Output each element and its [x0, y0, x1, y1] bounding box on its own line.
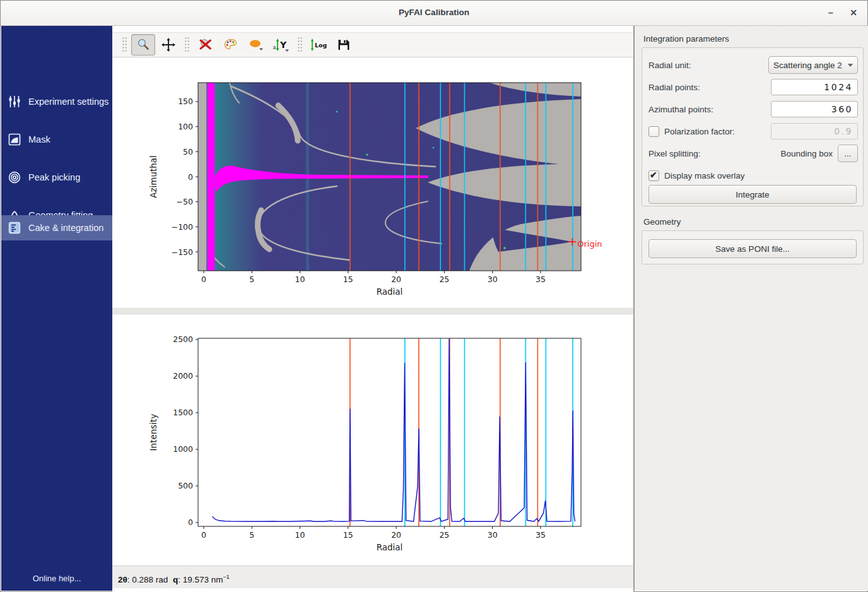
x-tick-label: 25	[439, 530, 449, 540]
x-tick-label: 5	[249, 530, 254, 540]
axes-frame	[198, 338, 581, 526]
integration-groupbox: Radial unit: Scattering angle 2 Radial p…	[642, 47, 864, 206]
x-tick-label: 15	[343, 530, 353, 540]
sidebar-item-label: Peak picking	[28, 172, 80, 182]
radial-unit-label: Radial unit:	[648, 61, 691, 70]
pyfai-window: PyFAI Calibration – ✕ Experiment setting…	[0, 0, 868, 592]
concentric-rings-icon	[8, 170, 21, 184]
y-tick-label: 500	[178, 481, 193, 490]
sidebar-item-label: Cake & integration	[28, 223, 103, 233]
status-bar: 2θ: 0.288 rad q: 19.573 nm−1	[112, 565, 633, 588]
toolbar-grip	[297, 37, 303, 53]
two-theta-value: : 0.288 rad	[127, 575, 168, 584]
q-value: : 19.573 nm	[178, 575, 223, 584]
plot-toolbar: a Y Log	[112, 32, 633, 57]
pixel-splitting-label: Pixel splitting:	[648, 149, 701, 158]
azimuthal-points-input[interactable]	[771, 101, 858, 117]
zoom-button[interactable]	[131, 34, 155, 56]
chevron-down-icon	[848, 64, 853, 67]
y-tick-label: −100	[172, 222, 193, 232]
x-tick-label: 30	[488, 530, 498, 540]
x-tick-label: 0	[201, 530, 206, 540]
x-tick-label: 25	[439, 275, 449, 284]
y-tick-label: −50	[177, 197, 193, 206]
radial-points-label: Radial points:	[648, 83, 700, 92]
x-tick-label: 30	[488, 275, 498, 284]
y-tick-label: 100	[178, 122, 193, 131]
a-y-arrow-icon: a Y	[273, 37, 290, 52]
y-tick-label: 1000	[173, 444, 193, 454]
sidebar-item-experiment-settings[interactable]: Experiment settings	[1, 89, 112, 114]
y-tick-label: 1500	[173, 408, 193, 417]
integrate-button[interactable]: Integrate	[648, 185, 857, 204]
plot-splitter[interactable]	[112, 308, 633, 314]
radial-unit-dropdown[interactable]: Scattering angle 2	[768, 56, 858, 74]
main-plot-panel: a Y Log	[112, 26, 634, 592]
q-exponent: −1	[223, 574, 229, 580]
colormap-button[interactable]	[219, 34, 243, 56]
mask-overlay-checkbox[interactable]: ✔	[648, 170, 659, 181]
x-tick-label: 35	[536, 530, 546, 540]
svg-text:Y: Y	[279, 40, 287, 50]
radial-unit-value: Scattering angle 2	[773, 61, 845, 70]
log-arrow-icon: Log	[309, 37, 328, 52]
sidebar-item-label: Mask	[28, 134, 50, 145]
log-scale-button[interactable]: Log	[307, 34, 331, 56]
sidebar: Experiment settings Mask Peak picking	[1, 26, 112, 591]
sliders-icon	[8, 95, 21, 109]
online-help-link[interactable]: Online help...	[1, 571, 112, 587]
cake-heatmap-art	[198, 83, 581, 271]
mask-overlay-label: Display mask overlay	[664, 171, 745, 181]
x-tick-label: 10	[295, 530, 305, 540]
geometry-groupbox: Save as PONI file...	[642, 230, 864, 264]
y-autoscale-button[interactable]: a Y	[269, 34, 293, 56]
x-tick-label: 20	[391, 275, 401, 284]
cake-list-icon	[8, 221, 21, 235]
x-tick-label: 15	[343, 275, 353, 284]
clear-zoom-button[interactable]	[194, 34, 218, 56]
x-tick-label: 5	[249, 275, 254, 284]
svg-text:Log: Log	[315, 42, 327, 49]
x-axis-label: Radial	[377, 542, 403, 552]
y-tick-label: 0	[188, 172, 193, 182]
polarization-checkbox[interactable]: ✔	[648, 126, 659, 137]
y-tick-label: 2500	[173, 334, 193, 344]
y-tick-label: 2000	[173, 371, 193, 381]
pixel-splitting-value: Bounding box	[780, 149, 833, 158]
pixel-splitting-more-button[interactable]: ...	[838, 145, 858, 162]
sidebar-item-mask[interactable]: Mask	[1, 127, 112, 152]
geometry-title: Geometry	[643, 217, 681, 227]
floppy-disk-icon	[336, 37, 351, 52]
save-button[interactable]	[332, 34, 356, 56]
y-tick-label: 50	[183, 147, 193, 157]
integration-plot[interactable]: 0510152025303505001000150020002500Radial…	[112, 314, 633, 565]
x-tick-label: 20	[391, 530, 401, 540]
x-tick-label: 35	[536, 275, 546, 284]
integration-panel: Integration parameters Radial unit: Scat…	[634, 26, 868, 591]
minimize-button[interactable]: –	[822, 1, 840, 25]
close-button[interactable]: ✕	[845, 1, 862, 25]
sidebar-item-cake-integration[interactable]: Cake & integration	[1, 215, 112, 240]
mask-display-button[interactable]	[244, 34, 268, 56]
magnifier-red-x-icon	[198, 37, 213, 52]
radial-points-input[interactable]	[771, 79, 858, 95]
x-tick-label: 0	[201, 275, 206, 284]
move-arrows-icon	[161, 37, 176, 52]
azimuthal-points-label: Azimuthal points:	[648, 105, 713, 114]
window-title: PyFAI Calibration	[1, 1, 867, 26]
integration-parameters-title: Integration parameters	[643, 34, 729, 44]
mask-image-icon	[8, 133, 21, 146]
save-poni-button[interactable]: Save as PONI file...	[648, 239, 857, 258]
sidebar-item-peak-picking[interactable]: Peak picking	[1, 165, 112, 190]
polarization-input[interactable]	[771, 123, 858, 139]
y-axis-label: Azimuthal	[148, 155, 158, 198]
toolbar-grip	[184, 37, 190, 53]
toolbar-grip	[122, 37, 127, 53]
y-axis-label: Intensity	[148, 414, 158, 451]
polarization-label: Polarization factor:	[664, 127, 735, 136]
y-tick-label: 150	[178, 97, 193, 106]
pan-button[interactable]	[156, 34, 180, 56]
cake-plot[interactable]: 05101520253035−150−100−50050100150Radial…	[112, 59, 633, 308]
sidebar-item-label: Experiment settings	[28, 97, 108, 107]
two-theta-label: 2θ	[118, 575, 127, 584]
